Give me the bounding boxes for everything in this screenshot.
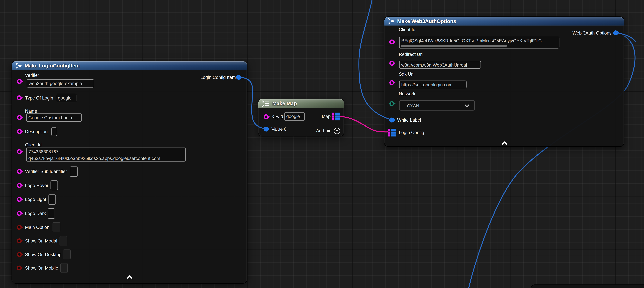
wire-make-map-map-to-make-web3authoptions-login-config[interactable] <box>340 116 388 132</box>
blueprint-graph-canvas: Make LoginConfigItem Verifierweb3auth-go… <box>0 0 644 288</box>
wire-make-loginconfigitem-login-config-item-to-make-map-value-0[interactable] <box>238 77 266 129</box>
wire-layer-over <box>0 0 644 288</box>
wire-web-3auth-options-stub[interactable] <box>615 33 636 42</box>
grid-background: Make LoginConfigItem Verifierweb3auth-go… <box>0 0 644 288</box>
wire-off-screen-top-to-make-web3authoptions-white-label[interactable] <box>359 0 391 120</box>
